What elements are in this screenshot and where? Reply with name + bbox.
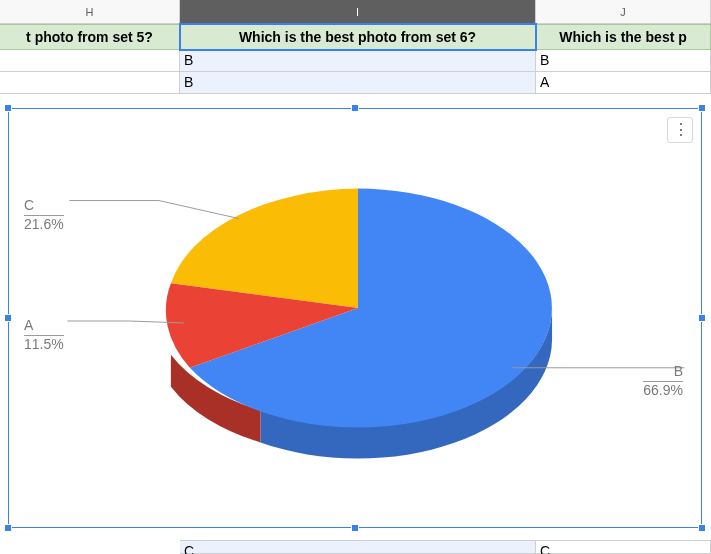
header-cell-set6[interactable]: Which is the best photo from set 6? [180, 24, 536, 50]
cell[interactable]: B [180, 50, 536, 72]
pie-chart [9, 109, 701, 527]
cell[interactable] [0, 50, 180, 72]
data-row: B A [0, 72, 711, 94]
slice-label-C: C 21.6% [24, 197, 64, 233]
label-name: C [24, 197, 64, 216]
cell[interactable]: A [536, 72, 711, 94]
cell[interactable]: B [180, 72, 536, 94]
header-question-row: t photo from set 5? Which is the best ph… [0, 24, 711, 50]
column-header-H[interactable]: H [0, 0, 180, 23]
cell[interactable]: B [536, 50, 711, 72]
slice-label-B: B 66.9% [643, 363, 683, 399]
cell[interactable] [0, 72, 180, 94]
slice-label-A: A 11.5% [24, 317, 64, 353]
label-pct: 21.6% [24, 216, 64, 233]
label-pct: 66.9% [643, 382, 683, 399]
leader-line-C [159, 201, 239, 219]
column-header-J[interactable]: J [536, 0, 711, 23]
cell[interactable]: C [180, 540, 536, 554]
label-pct: 11.5% [24, 336, 64, 353]
data-row: B B [0, 50, 711, 72]
header-cell-set5[interactable]: t photo from set 5? [0, 24, 180, 50]
column-header-row: H I J [0, 0, 711, 24]
header-cell-set7[interactable]: Which is the best p [536, 24, 711, 50]
pie-chart-container[interactable]: C 21.6% A 11.5% B 66.9% [8, 108, 702, 528]
column-header-I[interactable]: I [180, 0, 536, 23]
cell[interactable]: C [536, 540, 711, 554]
label-name: A [24, 317, 64, 336]
data-row: C C [180, 540, 711, 554]
label-name: B [643, 363, 683, 382]
